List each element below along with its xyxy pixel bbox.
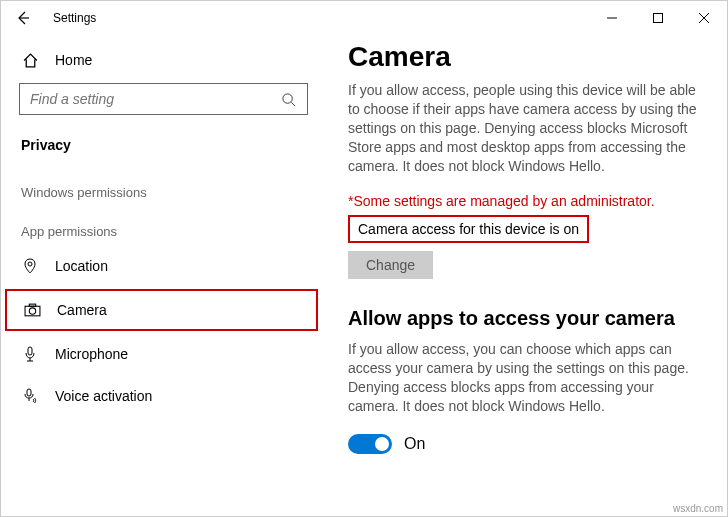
windows-permissions-label: Windows permissions (1, 167, 326, 206)
sidebar-item-label: Voice activation (55, 388, 152, 404)
maximize-button[interactable] (635, 2, 681, 34)
page-title: Camera (348, 41, 705, 73)
allow-apps-heading: Allow apps to access your camera (348, 307, 705, 330)
sidebar-item-label: Location (55, 258, 108, 274)
sidebar-item-microphone[interactable]: Microphone (1, 333, 326, 375)
back-button[interactable] (15, 10, 35, 26)
svg-rect-2 (654, 14, 663, 23)
home-label: Home (55, 52, 92, 68)
sidebar-item-camera[interactable]: Camera (5, 289, 318, 331)
app-permissions-label: App permissions (1, 206, 326, 245)
location-icon (21, 257, 39, 275)
window-title: Settings (53, 11, 96, 25)
microphone-icon (21, 345, 39, 363)
svg-point-7 (28, 262, 32, 266)
admin-note: *Some settings are managed by an adminis… (348, 193, 705, 209)
allow-apps-toggle[interactable] (348, 434, 392, 454)
sidebar: Home Privacy Windows permissions App per… (1, 35, 326, 516)
close-button[interactable] (681, 2, 727, 34)
allow-apps-description: If you allow access, you can choose whic… (348, 340, 705, 416)
svg-point-5 (282, 93, 291, 102)
search-input[interactable] (30, 91, 279, 107)
svg-rect-11 (28, 347, 32, 355)
sidebar-item-label: Camera (57, 302, 107, 318)
watermark: wsxdn.com (673, 503, 723, 514)
home-icon (21, 51, 39, 69)
change-button[interactable]: Change (348, 251, 433, 279)
voice-activation-icon (21, 387, 39, 405)
search-icon (279, 90, 297, 108)
device-access-status: Camera access for this device is on (348, 215, 589, 243)
privacy-section-label: Privacy (1, 125, 326, 167)
svg-line-6 (291, 102, 295, 106)
sidebar-item-label: Microphone (55, 346, 128, 362)
svg-rect-12 (27, 389, 31, 396)
sidebar-item-voice-activation[interactable]: Voice activation (1, 375, 326, 417)
page-description: If you allow access, people using this d… (348, 81, 705, 175)
sidebar-item-location[interactable]: Location (1, 245, 326, 287)
toggle-label: On (404, 435, 425, 453)
search-input-wrap[interactable] (19, 83, 308, 115)
content-pane: Camera If you allow access, people using… (326, 35, 727, 516)
minimize-button[interactable] (589, 2, 635, 34)
svg-point-9 (29, 307, 35, 313)
home-nav[interactable]: Home (1, 41, 326, 79)
camera-icon (23, 301, 41, 319)
svg-rect-10 (29, 304, 35, 306)
